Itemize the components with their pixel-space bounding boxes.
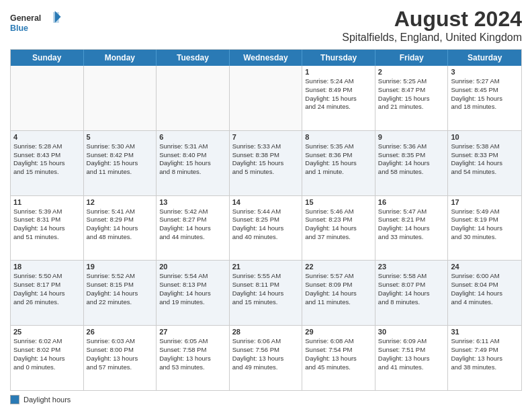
calendar-cell: 25Sunrise: 6:02 AMSunset: 8:02 PMDayligh… — [11, 326, 84, 390]
cell-line: and 48 minutes. — [87, 233, 154, 242]
cell-line: Daylight: 13 hours — [87, 355, 154, 363]
calendar-cell: 9Sunrise: 5:36 AMSunset: 8:35 PMDaylight… — [375, 131, 449, 195]
cell-line: Sunrise: 6:09 AM — [378, 337, 445, 346]
day-number: 18 — [13, 263, 81, 271]
weekday-header: Saturday — [448, 50, 521, 66]
cell-line: Daylight: 13 hours — [305, 355, 372, 363]
cell-line: and 18 minutes. — [451, 103, 519, 111]
cell-line: Daylight: 15 hours — [305, 159, 372, 168]
calendar-cell — [84, 66, 157, 130]
cell-line: Sunrise: 5:54 AM — [159, 272, 226, 281]
calendar-cell: 30Sunrise: 6:09 AMSunset: 7:51 PMDayligh… — [375, 326, 449, 390]
day-number: 24 — [451, 263, 519, 271]
cell-line: Daylight: 15 hours — [159, 159, 226, 168]
cell-line: Sunrise: 6:03 AM — [87, 337, 154, 346]
calendar-cell: 7Sunrise: 5:33 AMSunset: 8:38 PMDaylight… — [230, 131, 303, 195]
calendar-cell: 1Sunrise: 5:24 AMSunset: 8:49 PMDaylight… — [302, 66, 375, 130]
cell-line: Daylight: 15 hours — [378, 95, 445, 103]
weekday-header: Friday — [375, 50, 449, 66]
cell-line: Sunset: 8:17 PM — [13, 281, 81, 289]
calendar-cell: 23Sunrise: 5:58 AMSunset: 8:07 PMDayligh… — [375, 261, 449, 325]
day-number: 1 — [305, 68, 372, 76]
cell-line: Sunset: 7:54 PM — [305, 346, 372, 355]
calendar-row: 11Sunrise: 5:39 AMSunset: 8:31 PMDayligh… — [11, 196, 521, 261]
legend: Daylight hours — [10, 395, 71, 404]
cell-line: Sunset: 8:15 PM — [87, 281, 154, 289]
cell-line: and 8 minutes. — [159, 168, 226, 177]
calendar-cell: 13Sunrise: 5:42 AMSunset: 8:27 PMDayligh… — [157, 196, 230, 261]
day-number: 31 — [451, 328, 519, 336]
calendar-cell: 27Sunrise: 6:05 AMSunset: 7:58 PMDayligh… — [157, 326, 230, 390]
calendar-cell: 21Sunrise: 5:55 AMSunset: 8:11 PMDayligh… — [230, 261, 303, 325]
day-number: 20 — [159, 263, 226, 271]
cell-line: Daylight: 14 hours — [87, 224, 154, 233]
cell-line: and 57 minutes. — [87, 363, 154, 372]
day-number: 19 — [87, 263, 154, 271]
day-number: 29 — [305, 328, 372, 336]
cell-line: Sunset: 7:49 PM — [451, 346, 519, 355]
cell-line: and 15 minutes. — [232, 298, 300, 307]
day-number: 22 — [305, 263, 372, 271]
cell-line: Sunrise: 6:06 AM — [232, 337, 300, 346]
cell-line: Sunrise: 5:41 AM — [87, 208, 154, 216]
cell-line: Daylight: 14 hours — [13, 224, 81, 233]
calendar-cell: 10Sunrise: 5:38 AMSunset: 8:33 PMDayligh… — [448, 131, 521, 195]
calendar-cell — [11, 66, 84, 130]
legend-label: Daylight hours — [24, 396, 71, 404]
calendar-cell: 26Sunrise: 6:03 AMSunset: 8:00 PMDayligh… — [84, 326, 157, 390]
svg-text:General: General — [10, 13, 41, 23]
cell-line: Sunrise: 5:46 AM — [305, 208, 372, 216]
day-number: 13 — [159, 198, 226, 206]
cell-line: Sunset: 8:35 PM — [378, 151, 445, 160]
cell-line: Daylight: 14 hours — [378, 289, 445, 298]
cell-line: and 54 minutes. — [451, 168, 519, 177]
cell-line: Sunrise: 5:36 AM — [378, 142, 445, 151]
weekday-header: Monday — [84, 50, 157, 66]
day-number: 21 — [232, 263, 300, 271]
cell-line: Sunrise: 5:27 AM — [451, 77, 519, 86]
footer: Daylight hours — [10, 395, 522, 404]
calendar-cell: 22Sunrise: 5:57 AMSunset: 8:09 PMDayligh… — [302, 261, 375, 325]
cell-line: Daylight: 14 hours — [232, 289, 300, 298]
cell-line: and 15 minutes. — [13, 168, 81, 177]
page-title: August 2024 — [342, 7, 522, 32]
calendar-cell: 12Sunrise: 5:41 AMSunset: 8:29 PMDayligh… — [84, 196, 157, 261]
cell-line: Daylight: 14 hours — [378, 159, 445, 168]
cell-line: Sunset: 8:09 PM — [305, 281, 372, 289]
day-number: 16 — [378, 198, 445, 206]
weekday-header: Tuesday — [157, 50, 230, 66]
calendar-cell: 19Sunrise: 5:52 AMSunset: 8:15 PMDayligh… — [84, 261, 157, 325]
cell-line: Sunrise: 5:38 AM — [451, 142, 519, 151]
calendar-cell: 5Sunrise: 5:30 AMSunset: 8:42 PMDaylight… — [84, 131, 157, 195]
cell-line: and 45 minutes. — [305, 363, 372, 372]
cell-line: Sunset: 8:40 PM — [159, 151, 226, 160]
calendar-cell — [157, 66, 230, 130]
calendar-cell: 20Sunrise: 5:54 AMSunset: 8:13 PMDayligh… — [157, 261, 230, 325]
weekday-header: Wednesday — [230, 50, 303, 66]
cell-line: and 21 minutes. — [378, 103, 445, 111]
calendar-cell: 6Sunrise: 5:31 AMSunset: 8:40 PMDaylight… — [157, 131, 230, 195]
cell-line: and 1 minute. — [305, 168, 372, 177]
title-block: August 2024 Spitalfields, England, Unite… — [342, 7, 522, 44]
cell-line: Sunrise: 5:50 AM — [13, 272, 81, 281]
cell-line: Sunrise: 6:00 AM — [451, 272, 519, 281]
cell-line: Sunset: 7:58 PM — [159, 346, 226, 355]
calendar-cell: 31Sunrise: 6:11 AMSunset: 7:49 PMDayligh… — [448, 326, 521, 390]
cell-line: Daylight: 15 hours — [13, 159, 81, 168]
calendar-row: 25Sunrise: 6:02 AMSunset: 8:02 PMDayligh… — [11, 326, 521, 390]
day-number: 28 — [232, 328, 300, 336]
cell-line: Sunrise: 5:30 AM — [87, 142, 154, 151]
cell-line: Daylight: 14 hours — [13, 355, 81, 363]
day-number: 9 — [378, 133, 445, 141]
header: General Blue August 2024 Spitalfields, E… — [10, 7, 522, 44]
calendar-cell: 29Sunrise: 6:08 AMSunset: 7:54 PMDayligh… — [302, 326, 375, 390]
cell-line: and 22 minutes. — [87, 298, 154, 307]
cell-line: Daylight: 15 hours — [305, 95, 372, 103]
cell-line: Sunset: 8:38 PM — [232, 151, 300, 160]
calendar-cell: 11Sunrise: 5:39 AMSunset: 8:31 PMDayligh… — [11, 196, 84, 261]
day-number: 14 — [232, 198, 300, 206]
cell-line: and 0 minutes. — [13, 363, 81, 372]
cell-line: Sunrise: 5:31 AM — [159, 142, 226, 151]
legend-color-box — [10, 395, 19, 404]
cell-line: and 26 minutes. — [13, 298, 81, 307]
